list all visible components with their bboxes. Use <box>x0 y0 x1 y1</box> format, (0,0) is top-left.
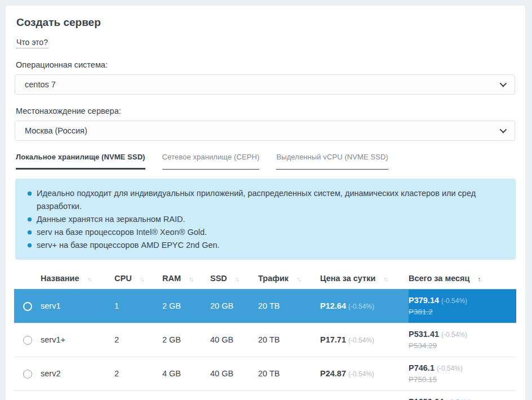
old-price: P534.29 <box>409 341 437 350</box>
list-item: Идеально подходит для индивидуальных при… <box>26 187 504 213</box>
plans-table: Название↑↓ CPU↑↓ RAM↑↓ SSD↑↓ Трафик↑↓ Це… <box>14 268 516 400</box>
plan-day-price: P12.64(-0.54%) <box>320 289 409 323</box>
plan-cpu: 1 <box>114 289 162 323</box>
tab-local-storage[interactable]: Локальное хранилище (NVME SSD) <box>16 153 145 170</box>
plan-traffic: 20 TB <box>258 323 320 357</box>
plan-day-price: P24.87(-0.54%) <box>320 357 409 390</box>
sort-icon[interactable]: ↑↓ <box>140 275 144 282</box>
plan-ram: 4 GB <box>162 357 210 390</box>
column-header-ram[interactable]: RAM↑↓ <box>162 268 210 289</box>
plan-info-box: Идеально подходит для индивидуальных при… <box>15 179 516 260</box>
plan-day-price: P17.71(-0.54%) <box>320 323 409 357</box>
tab-dedicated-vcpu[interactable]: Выделенный vCPU (NVME SSD) <box>276 153 388 170</box>
location-select[interactable]: Москва (Россия) <box>15 121 515 141</box>
plan-name: serv1+ <box>41 323 114 357</box>
plan-month-price: P379.14(-0.54%) P381.2 <box>409 289 516 323</box>
plan-radio[interactable] <box>23 336 32 345</box>
column-header-day-price[interactable]: Цена за сутки↑↓ <box>320 268 409 289</box>
plan-cpu: 3 <box>114 390 162 400</box>
bullet-icon <box>28 192 32 195</box>
old-price: P750.15 <box>409 375 437 384</box>
what-is-this-link[interactable]: Что это? <box>16 38 48 48</box>
plan-month-price: P531.41(-0.54%) P534.29 <box>409 323 516 357</box>
chevron-down-icon <box>500 80 507 87</box>
old-price: P381.2 <box>409 308 433 316</box>
plan-day-price: P35.02(-0.54%) <box>320 390 409 400</box>
table-row[interactable]: serv1 1 2 GB 20 GB 20 TB P12.64(-0.54%) … <box>14 289 516 323</box>
plan-radio[interactable] <box>23 302 32 311</box>
column-header-ssd[interactable]: SSD↑↓ <box>210 268 258 289</box>
sort-icon-active[interactable]: ↑↓ <box>477 275 481 282</box>
plan-name: serv2+ <box>41 390 114 400</box>
column-header-traffic[interactable]: Трафик↑↓ <box>258 268 320 289</box>
plan-month-price: P746.1(-0.54%) P750.15 <box>409 357 516 390</box>
column-header-month-price[interactable]: Всего за месяц↑↓ <box>409 268 516 289</box>
page-title: Создать сервер <box>16 16 516 29</box>
plan-ssd: 80 GB <box>210 390 258 400</box>
plan-ssd: 40 GB <box>210 323 258 357</box>
os-select-value: centos 7 <box>25 80 56 89</box>
sort-icon[interactable]: ↑↓ <box>235 275 239 282</box>
storage-tabs: Локальное хранилище (NVME SSD) Сетевое х… <box>16 153 515 170</box>
column-header-name[interactable]: Название↑↓ <box>41 268 114 289</box>
plan-ram: 4 GB <box>162 390 210 400</box>
plan-ssd: 20 GB <box>210 289 258 323</box>
sort-icon[interactable]: ↑↓ <box>87 275 91 282</box>
table-row[interactable]: serv2 2 4 GB 40 GB 20 TB P24.87(-0.54%) … <box>14 357 516 390</box>
list-item: Данные хранятся на зеркальном RAID. <box>26 213 504 226</box>
plan-ram: 2 GB <box>162 323 210 357</box>
plan-month-price: P1050.64(-0.54%) P1056.34 <box>409 390 516 400</box>
plan-cpu: 2 <box>114 357 162 390</box>
plan-radio[interactable] <box>23 370 32 379</box>
radio-column-header <box>14 268 41 289</box>
plan-traffic: 20 TB <box>258 357 320 390</box>
plans-table-header: Название↑↓ CPU↑↓ RAM↑↓ SSD↑↓ Трафик↑↓ Це… <box>14 268 516 289</box>
sort-icon[interactable]: ↑↓ <box>189 275 193 282</box>
location-label: Местонахождение сервера: <box>16 106 516 115</box>
location-select-value: Москва (Россия) <box>25 126 87 135</box>
table-row[interactable]: serv2+ 3 4 GB 80 GB 20 TB P35.02(-0.54%)… <box>14 390 516 400</box>
create-server-panel: Создать сервер Что это? Операционная сис… <box>6 6 525 400</box>
list-item: serv на базе процессоров Intel® Xeon® Go… <box>26 226 504 239</box>
sort-icon[interactable]: ↑↓ <box>296 275 300 282</box>
plan-name: serv2 <box>41 357 114 390</box>
plan-traffic: 20 TB <box>258 289 320 323</box>
list-item: serv+ на базе процессоров AMD EPYC 2nd G… <box>26 239 504 252</box>
plan-cpu: 2 <box>114 323 162 357</box>
tab-network-storage[interactable]: Сетевое хранилище (CEPH) <box>162 153 260 170</box>
info-bullet-list: Идеально подходит для индивидуальных при… <box>26 187 504 252</box>
bullet-icon <box>28 217 32 221</box>
sort-icon[interactable]: ↑↓ <box>383 275 387 282</box>
bullet-icon <box>28 230 32 234</box>
plans-table-body: serv1 1 2 GB 20 GB 20 TB P12.64(-0.54%) … <box>14 289 516 400</box>
plan-name: serv1 <box>41 289 114 323</box>
os-select[interactable]: centos 7 <box>15 74 515 95</box>
plan-ssd: 40 GB <box>210 357 258 390</box>
table-row[interactable]: serv1+ 2 2 GB 40 GB 20 TB P17.71(-0.54%)… <box>14 323 516 357</box>
os-label: Операционная система: <box>16 60 516 69</box>
plan-ram: 2 GB <box>162 289 210 323</box>
chevron-down-icon <box>500 126 507 134</box>
plan-traffic: 20 TB <box>258 390 320 400</box>
column-header-cpu[interactable]: CPU↑↓ <box>114 268 162 289</box>
bullet-icon <box>28 243 32 247</box>
